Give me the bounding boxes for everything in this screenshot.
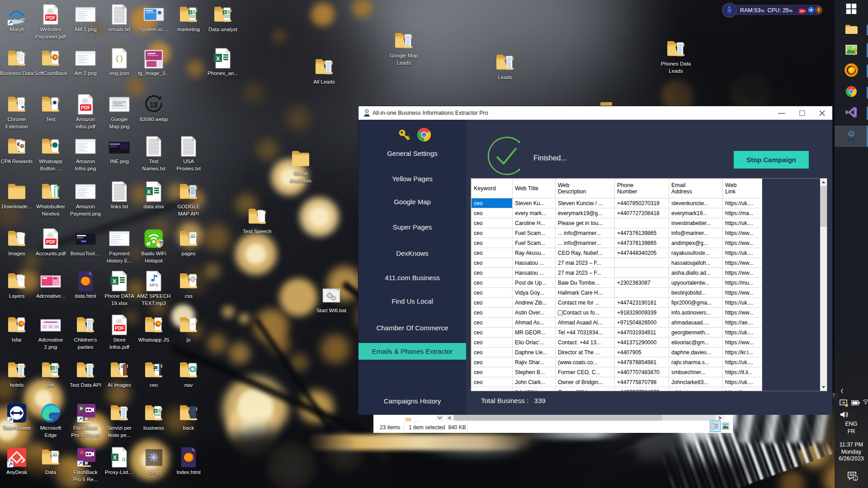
svg-text:a,: a, <box>122 455 127 462</box>
svg-text:18: 18 <box>150 101 158 109</box>
svg-text:{}: {} <box>115 55 123 63</box>
svg-text:i: i <box>851 131 852 136</box>
svg-text:PDF: PDF <box>115 325 125 331</box>
svg-text:MP3: MP3 <box>150 283 158 287</box>
svg-text:X: X <box>216 55 220 62</box>
svg-text:X: X <box>52 366 54 370</box>
svg-text:{}: {} <box>19 100 24 105</box>
svg-text:X: X <box>113 278 117 285</box>
svg-text:PDF: PDF <box>46 239 56 244</box>
svg-text:X: X <box>147 188 151 195</box>
svg-text:PDF: PDF <box>81 105 91 110</box>
svg-text:+: + <box>159 94 162 101</box>
svg-text:X: X <box>113 455 117 461</box>
svg-text:PDF: PDF <box>46 15 56 20</box>
svg-text:X: X <box>189 10 192 14</box>
svg-text:X: X <box>224 10 226 14</box>
svg-text:X: X <box>155 409 157 413</box>
svg-text:js: js <box>191 322 194 326</box>
svg-text:1: 1 <box>854 477 856 481</box>
